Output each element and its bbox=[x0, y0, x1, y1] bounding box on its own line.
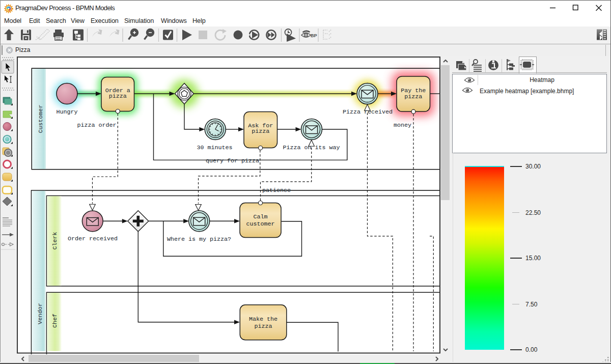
svg-text:pizza: pizza bbox=[109, 93, 127, 100]
svg-text:pizza: pizza bbox=[404, 93, 422, 100]
svg-text:Make the: Make the bbox=[249, 316, 277, 323]
svg-text:pizza order: pizza order bbox=[77, 122, 116, 129]
svg-text:Clerk: Clerk bbox=[51, 232, 59, 249]
svg-text:Customer: Customer bbox=[37, 104, 44, 133]
svg-text:Vendor: Vendor bbox=[37, 303, 44, 324]
svg-text:query for pizza: query for pizza bbox=[206, 157, 259, 164]
svg-text:pizza: pizza bbox=[252, 128, 269, 135]
svg-text:customer: customer bbox=[246, 220, 274, 228]
svg-text:Chef: Chef bbox=[51, 314, 59, 328]
svg-text:Hungry: Hungry bbox=[56, 108, 77, 116]
svg-text:Pizza received: Pizza received bbox=[343, 108, 393, 116]
svg-text:BP: BP bbox=[311, 33, 317, 38]
svg-text:pizza: pizza bbox=[254, 323, 272, 330]
svg-text:patience: patience bbox=[262, 187, 291, 194]
svg-text:Pizza on its way: Pizza on its way bbox=[283, 144, 340, 151]
svg-text:Calm: Calm bbox=[253, 213, 267, 220]
svg-text:Where is my pizza?: Where is my pizza? bbox=[167, 236, 231, 243]
svg-text:money: money bbox=[394, 122, 411, 129]
svg-text:30 minutes: 30 minutes bbox=[197, 144, 232, 151]
svg-text:Order received: Order received bbox=[68, 235, 118, 242]
